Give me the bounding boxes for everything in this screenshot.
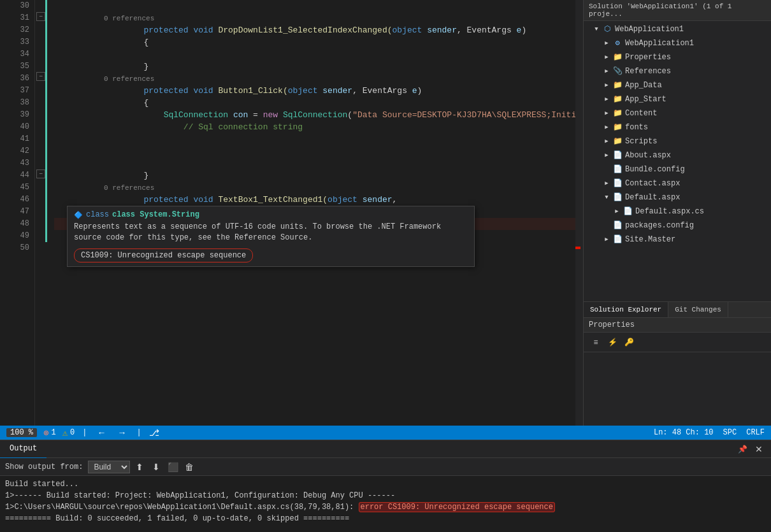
nav-back-button[interactable]: ← [95, 426, 109, 440]
se-item-app-data[interactable]: ▶ 📁 App_Data [584, 78, 771, 92]
se-item-bundle-config[interactable]: ▶ 📄 Bundle.config [584, 162, 771, 176]
se-item-properties[interactable]: ▶ 📁 Properties [584, 50, 771, 64]
editor-scrollbar[interactable] [575, 0, 583, 426]
line-num-31: 31 [0, 12, 29, 24]
nav-separator-2: | [137, 428, 141, 437]
line-num-34: 34 [0, 48, 29, 61]
output-toolbar-btn-3[interactable]: ⬛ [166, 461, 180, 473]
line-ending: CRLF [746, 428, 765, 437]
se-arrow-connected: ▶ [602, 36, 612, 50]
prop-categorized-button[interactable]: ≡ [589, 335, 603, 349]
solution-explorer: Solution 'WebApplication1' (1 of 1 proje… [584, 0, 771, 317]
prop-header: Properties [584, 318, 771, 333]
error-circle-icon: ⊗ [43, 428, 48, 438]
warning-number: 0 [70, 428, 75, 437]
se-label-default-aspx: Default.aspx [625, 191, 771, 205]
line-num-35: 35 [0, 61, 29, 73]
line-num-40: 40 [0, 121, 29, 133]
tooltip-type-icon: 🔷 [74, 211, 83, 219]
tab-git-changes[interactable]: Git Changes [668, 302, 728, 317]
collapse-button-45[interactable]: − [36, 169, 45, 178]
se-label-bundle-config: Bundle.config [625, 162, 771, 176]
nav-forward-button[interactable]: → [115, 426, 129, 440]
se-label-scripts: Scripts [625, 134, 771, 148]
output-toolbar-btn-4[interactable]: 🗑 [182, 461, 196, 473]
output-toolbar-btn-1[interactable]: ⬆ [133, 461, 147, 473]
se-arrow-about: ▶ [602, 148, 612, 162]
references-icon: 📎 [612, 66, 623, 77]
bottom-panel: Output 📌 ✕ Show output from: Build Debug… [0, 440, 771, 532]
se-label-contact-aspx: Contact.aspx [625, 176, 771, 191]
code-lines[interactable]: 0 references protected void DropDownList… [48, 0, 575, 426]
output-toolbar-btn-2[interactable]: ⬇ [149, 461, 163, 473]
output-line-2: 1>------ Build started: Project: WebAppl… [5, 490, 766, 501]
collapse-button-31[interactable]: − [36, 12, 45, 21]
output-source-dropdown[interactable]: Build Debug [88, 461, 130, 473]
code-line-34: } [54, 48, 575, 61]
output-line-4: ========== Build: 0 succeeded, 1 failed,… [5, 513, 766, 524]
se-arrow-webapplication1: ▼ [591, 22, 602, 36]
line-num-43: 43 [0, 157, 29, 169]
scrollbar-error-marker [575, 247, 580, 249]
code-line-30-ref: 0 references [54, 0, 575, 12]
se-arrow-contact: ▶ [602, 176, 612, 191]
se-item-default-aspx[interactable]: ▼ 📄 Default.aspx [584, 191, 771, 205]
se-label-webapplication1: WebApplication1 [615, 22, 771, 36]
about-aspx-icon: 📄 [612, 150, 623, 161]
se-item-references[interactable]: ▶ 📎 References [584, 64, 771, 78]
line-numbers: 30 31 32 33 34 35 36 37 38 39 40 41 42 4… [0, 0, 35, 426]
se-item-about-aspx[interactable]: ▶ 📄 About.aspx [584, 148, 771, 162]
prop-property-pages-button[interactable]: 🔑 [622, 335, 636, 349]
default-aspx-cs-icon: 📄 [622, 206, 633, 217]
tooltip-title: 🔷 class class System.String [74, 210, 468, 219]
prop-alphabetical-button[interactable]: ⚡ [605, 335, 619, 349]
tab-solution-explorer[interactable]: Solution Explorer [584, 302, 668, 317]
se-item-site-master[interactable]: ▶ 📄 Site.Master [584, 233, 771, 247]
pin-button[interactable]: 📌 [735, 443, 749, 456]
se-label-about-aspx: About.aspx [625, 148, 771, 162]
code-line-43: } [54, 157, 575, 169]
tooltip-class-name: class System.String [112, 210, 199, 219]
warning-count[interactable]: ⚠ 0 [62, 428, 75, 438]
line-num-41: 41 [0, 133, 29, 145]
output-content: Build started... 1>------ Build started:… [0, 476, 771, 532]
code-line-42 [54, 145, 575, 157]
line-num-39: 39 [0, 109, 29, 121]
bundle-config-icon: 📄 [612, 164, 623, 175]
line-num-36: 36 [0, 73, 29, 85]
se-item-fonts[interactable]: ▶ 📁 fonts [584, 120, 771, 134]
se-tabs: Solution Explorer Git Changes [584, 301, 771, 317]
code-gutter: − − − [35, 0, 48, 426]
connected-services-icon: ⚙ [612, 38, 623, 49]
line-num-50: 50 [0, 242, 29, 254]
packages-config-icon: 📄 [612, 220, 623, 231]
scripts-icon: 📁 [612, 136, 623, 147]
main-area: 30 31 32 33 34 35 36 37 38 39 40 41 42 4… [0, 0, 771, 426]
status-left: 100 % ⊗ 1 ⚠ 0 | ← → | ⎇ [6, 426, 159, 440]
se-label-packages-config: packages.config [625, 219, 771, 233]
error-squiggle-text: CS1009: Unrecognized escape sequence [74, 248, 253, 262]
line-num-32: 32 [0, 24, 29, 36]
se-arrow-scripts: ▶ [602, 134, 612, 148]
se-item-webapplication1[interactable]: ▼ ⬡ WebApplication1 [584, 22, 771, 36]
encoding: SPC [723, 428, 737, 437]
se-item-contact-aspx[interactable]: ▶ 📄 Contact.aspx [584, 176, 771, 191]
se-item-default-aspx-cs[interactable]: ▶ 📄 Default.aspx.cs [584, 205, 771, 219]
tooltip-popup: 🔷 class class System.String Represents t… [67, 206, 475, 267]
zoom-level[interactable]: 100 % [6, 428, 37, 437]
error-text: error CS1009: Unrecognized escape sequen… [359, 502, 555, 512]
bottom-header: Output 📌 ✕ [0, 440, 771, 458]
error-count[interactable]: ⊗ 1 [43, 428, 56, 438]
se-item-content[interactable]: ▶ 📁 Content [584, 106, 771, 120]
se-item-packages-config[interactable]: ▶ 📄 packages.config [584, 219, 771, 233]
close-bottom-button[interactable]: ✕ [752, 443, 766, 456]
line-num-47: 47 [0, 206, 29, 218]
line-num-45: 45 [0, 182, 29, 194]
se-item-connected-services[interactable]: ▶ ⚙ WebApplication1 [584, 36, 771, 50]
content-icon: 📁 [612, 108, 623, 119]
se-item-app-start[interactable]: ▶ 📁 App_Start [584, 92, 771, 106]
se-item-scripts[interactable]: ▶ 📁 Scripts [584, 134, 771, 148]
collapse-button-36[interactable]: − [36, 72, 45, 81]
scrollbar-track[interactable] [575, 0, 580, 426]
tab-output[interactable]: Output [0, 440, 47, 459]
